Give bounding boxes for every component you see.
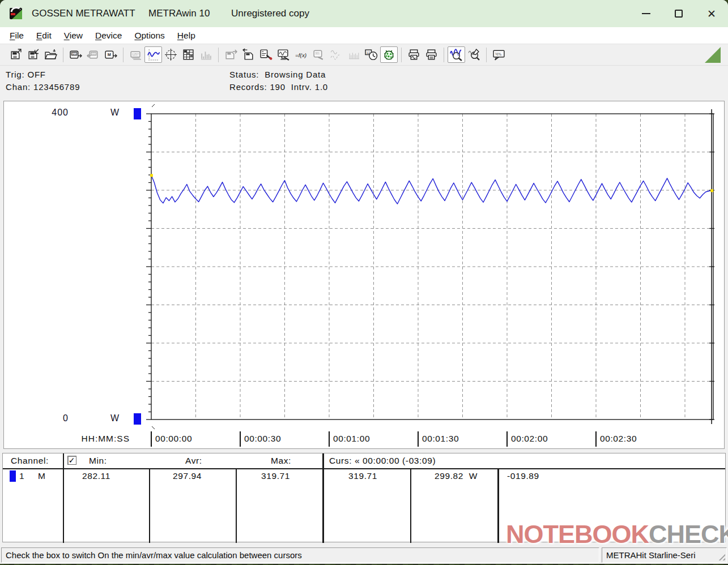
ladybug-icon xyxy=(382,48,395,61)
menu-item-help[interactable]: Help xyxy=(171,29,202,42)
online-monitor-button[interactable] xyxy=(275,46,292,63)
floppy-out-icon xyxy=(9,48,22,61)
app-window: GOSSEN METRAWATT METRAwin 10 Unregistere… xyxy=(0,0,728,564)
formula-button[interactable]: =f(x) xyxy=(292,46,310,63)
checkbox-check-icon: ✓ xyxy=(69,456,75,465)
table-divider xyxy=(236,469,237,543)
menu-bar: FileEditViewDeviceOptionsHelp xyxy=(0,27,728,44)
header-min: Min: xyxy=(89,456,107,466)
toolbar: 321321M1257=f(x)32112½¾ xyxy=(0,44,728,66)
monitor-wave-icon xyxy=(277,48,290,61)
cell-cursor-a-value: 319.71 xyxy=(348,471,377,481)
toolbar-separator xyxy=(486,48,487,62)
table-divider xyxy=(322,453,324,543)
x-axis-label-00:00:30: 00:00:30 xyxy=(244,434,281,444)
import-disk-icon xyxy=(242,48,255,61)
export-data-button xyxy=(222,46,240,63)
annotation-button[interactable]: ½¾ xyxy=(490,46,508,63)
close-button[interactable]: ✕ xyxy=(695,0,728,27)
floppy-in-icon xyxy=(27,48,40,61)
multi-display-view-button: 1257 xyxy=(127,46,144,63)
svg-text:321: 321 xyxy=(91,53,96,55)
table-grid-icon xyxy=(182,48,195,61)
channel-list: Chan: 123456789 xyxy=(6,82,80,92)
chart-panel: 400 W 0 W HH:MM:SS 00:00:0000:00:3000:01… xyxy=(3,101,725,449)
y-axis-unit-bottom: W xyxy=(110,413,120,423)
scope-crosshair-icon xyxy=(164,48,177,61)
toolbar-separator xyxy=(123,48,124,62)
y-axis-min-label: 0 xyxy=(36,413,69,423)
zoom-edit-button[interactable] xyxy=(465,46,483,63)
notebookcheck-watermark: NOTEBOOKCHECK xyxy=(506,508,722,560)
debug-bug-button[interactable] xyxy=(380,46,398,63)
scope-view-button[interactable] xyxy=(162,46,180,63)
cell-min-value: 282.11 xyxy=(82,471,110,481)
x-axis-label-00:02:00: 00:02:00 xyxy=(511,434,548,444)
device-settings-button: 321 xyxy=(310,46,327,63)
wave-pair-icon xyxy=(330,48,343,61)
device-config-button[interactable] xyxy=(257,46,275,63)
stats-header-row: Channel: ✓ Min: Avr: Max: Curs: « 00:00:… xyxy=(3,453,725,468)
read-memory-button[interactable]: M xyxy=(102,46,120,63)
formula-fx-icon: =f(x) xyxy=(295,48,308,61)
toolbar-separator xyxy=(401,48,402,62)
y-axis-unit-top: W xyxy=(110,108,120,118)
save-as-button[interactable] xyxy=(24,46,42,63)
chart-canvas[interactable] xyxy=(151,114,713,420)
pulse-record-button xyxy=(345,46,363,63)
clock-12-icon: 12 xyxy=(365,48,378,61)
export-disk-icon xyxy=(224,48,237,61)
printer-icon xyxy=(425,48,438,61)
svg-text:321: 321 xyxy=(315,53,320,55)
header-cursors: Curs: « 00:00:00 (-03:09) xyxy=(329,456,436,466)
channel-1-color-swatch xyxy=(10,470,16,482)
open-file-button[interactable] xyxy=(42,46,59,63)
minmax-toggle-checkbox[interactable]: ✓ xyxy=(67,456,76,465)
x-axis-tick xyxy=(418,431,419,447)
print-preview-button[interactable] xyxy=(405,46,423,63)
app-logo-icon xyxy=(9,6,24,21)
y-axis-max-label: 400 xyxy=(36,108,69,118)
menu-item-device[interactable]: Device xyxy=(89,29,128,42)
menu-item-file[interactable]: File xyxy=(3,29,30,42)
cell-avr-value: 297.94 xyxy=(173,471,202,481)
title-app-name: GOSSEN METRAWATT xyxy=(32,8,135,19)
x-axis-tick xyxy=(595,431,597,447)
title-bar: GOSSEN METRAWATT METRAwin 10 Unregistere… xyxy=(0,0,728,27)
svg-text:321: 321 xyxy=(72,53,76,55)
trigger-status: Trig: OFF xyxy=(6,70,46,79)
read-device-button[interactable]: 321 xyxy=(67,46,84,63)
x-axis-tick xyxy=(240,431,241,447)
maximize-button[interactable] xyxy=(662,0,695,27)
zoom-wave-icon xyxy=(450,48,463,61)
maximize-icon xyxy=(675,10,683,18)
print-button[interactable] xyxy=(423,46,440,63)
histogram-view-button xyxy=(197,46,215,63)
curve-chart-icon xyxy=(147,48,160,61)
menu-item-options[interactable]: Options xyxy=(128,29,171,42)
waveform-compare-button xyxy=(327,46,345,63)
curve-view-button[interactable] xyxy=(144,46,162,63)
toolbar-separator xyxy=(444,48,444,62)
close-icon: ✕ xyxy=(707,8,716,19)
channel-marker-bottom xyxy=(134,413,141,425)
zoom-edit-icon xyxy=(467,48,480,61)
menu-item-edit[interactable]: Edit xyxy=(30,29,58,42)
save-file-button[interactable] xyxy=(7,46,24,63)
time-setup-button[interactable]: 12 xyxy=(363,46,380,63)
menu-item-view[interactable]: View xyxy=(58,29,89,42)
x-axis-tick xyxy=(329,431,330,447)
display-1257-icon: 1257 xyxy=(129,48,142,61)
folder-open-icon xyxy=(44,48,57,61)
cell-cursor-b-value: 299.82 W xyxy=(435,471,478,481)
minimize-button[interactable] xyxy=(629,0,662,27)
title-product-name: METRAwin 10 xyxy=(148,8,210,19)
svg-text:½¾: ½¾ xyxy=(495,52,501,56)
x-axis-label-00:00:00: 00:00:00 xyxy=(155,434,192,444)
zoom-curve-button[interactable] xyxy=(448,46,465,63)
table-view-button[interactable] xyxy=(180,46,197,63)
watermark-check: CHECK xyxy=(649,520,728,549)
table-divider xyxy=(149,469,150,543)
x-axis-label-00:01:00: 00:01:00 xyxy=(333,434,370,444)
import-data-button[interactable] xyxy=(240,46,257,63)
